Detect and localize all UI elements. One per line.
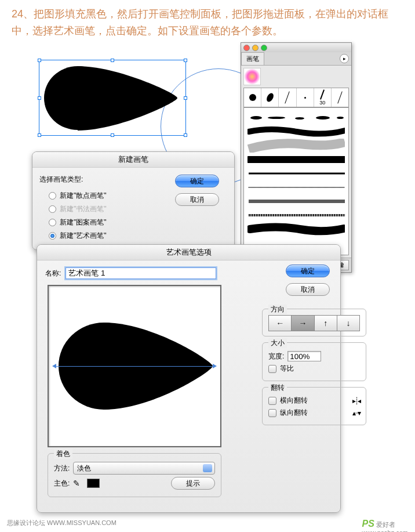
zoom-icon[interactable] bbox=[261, 45, 267, 45]
panel-titlebar[interactable] bbox=[241, 43, 351, 45]
step-text: 把图形填充黑色，然后打开画笔控制面板，把图形拖进面板，在弹出的对话框中，选择艺术… bbox=[12, 8, 388, 37]
close-icon[interactable] bbox=[243, 45, 250, 45]
minimize-icon[interactable] bbox=[252, 45, 259, 45]
step-number: 24、 bbox=[12, 8, 34, 20]
brush-panel: 画笔 ▸ 30 ✂ ✎ ⎘ 🗑 bbox=[241, 42, 352, 45]
